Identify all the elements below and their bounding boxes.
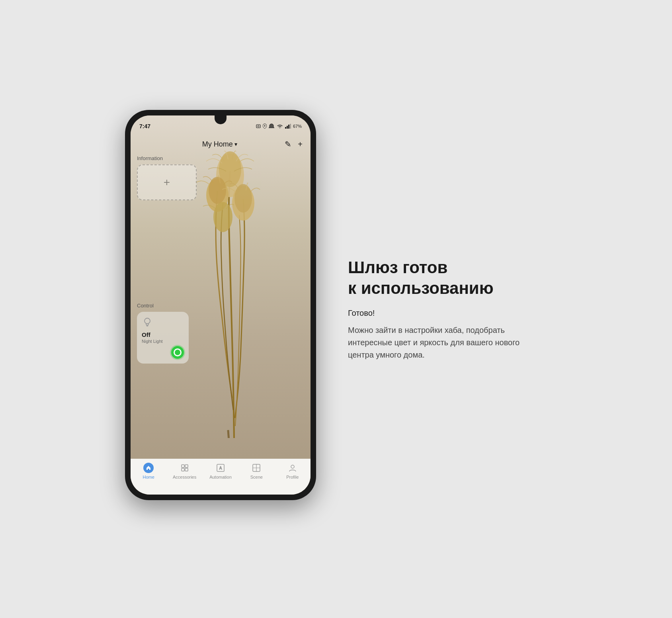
- nav-label-automation: Automation: [209, 475, 232, 479]
- svg-point-10: [264, 125, 265, 127]
- device-card-night-light[interactable]: Off Night Light: [137, 312, 189, 364]
- app-header: My Home ▾ ✎ +: [131, 134, 311, 154]
- bottom-navigation: Home Accessories: [131, 459, 311, 495]
- edit-button[interactable]: ✎: [285, 139, 291, 149]
- svg-rect-13: [288, 125, 289, 129]
- add-button[interactable]: +: [298, 140, 303, 149]
- camera-icon: [256, 123, 261, 129]
- nav-item-accessories[interactable]: Accessories: [173, 463, 197, 479]
- add-information-card[interactable]: +: [137, 164, 197, 200]
- information-section: Information +: [137, 155, 304, 200]
- right-content-panel: Шлюз готовк использованию Готово! Можно …: [348, 257, 547, 361]
- svg-rect-14: [290, 124, 291, 129]
- svg-rect-21: [185, 468, 188, 471]
- wifi-icon: [276, 124, 283, 129]
- panel-subtitle: Готово!: [348, 309, 547, 318]
- toggle-inner-circle: [174, 348, 182, 356]
- add-plus-icon: +: [164, 176, 170, 189]
- profile-nav-icon: [287, 463, 298, 473]
- nav-item-home[interactable]: Home: [137, 463, 160, 479]
- notification-bell-icon: [268, 123, 275, 129]
- nav-item-scene[interactable]: Scene: [244, 463, 268, 479]
- device-name-text: Night Light: [142, 339, 184, 344]
- svg-text:A: A: [219, 466, 222, 470]
- device-status-text: Off: [142, 331, 184, 338]
- home-title-text: My Home: [202, 140, 233, 149]
- information-label: Information: [137, 155, 304, 161]
- phone-body: 7:47 67% My Home ▾: [125, 110, 316, 500]
- page-container: 7:47 67% My Home ▾: [0, 0, 672, 618]
- svg-rect-20: [182, 468, 184, 471]
- svg-rect-12: [287, 126, 288, 129]
- phone-screen: 7:47 67% My Home ▾: [131, 115, 311, 495]
- svg-rect-11: [285, 127, 286, 129]
- nav-item-profile[interactable]: Profile: [281, 463, 305, 479]
- status-icons: 67%: [256, 123, 302, 129]
- svg-rect-8: [256, 125, 260, 128]
- automation-nav-icon: A: [215, 463, 226, 473]
- svg-rect-19: [185, 465, 188, 467]
- control-section: Control Off: [137, 303, 304, 364]
- nav-label-scene: Scene: [250, 475, 263, 479]
- status-time: 7:47: [139, 123, 150, 129]
- battery-status: 67%: [293, 124, 302, 129]
- header-actions: ✎ +: [285, 139, 303, 149]
- panel-title: Шлюз готовк использованию: [348, 257, 547, 299]
- scene-nav-icon: [251, 463, 262, 473]
- device-toggle-button[interactable]: [171, 346, 184, 359]
- svg-rect-18: [182, 465, 184, 467]
- nav-label-accessories: Accessories: [173, 475, 196, 479]
- svg-point-9: [258, 125, 259, 127]
- home-nav-icon: [143, 463, 154, 473]
- panel-description: Можно зайти в настройки хаба, подобрать …: [348, 324, 547, 361]
- svg-point-6: [213, 202, 232, 232]
- nav-label-home: Home: [143, 475, 154, 479]
- signal-icon: [285, 124, 291, 129]
- nav-item-automation[interactable]: A Automation: [209, 463, 232, 479]
- location-icon: [263, 123, 267, 129]
- control-label: Control: [137, 303, 304, 309]
- chevron-down-icon: ▾: [234, 141, 237, 147]
- nav-label-profile: Profile: [286, 475, 299, 479]
- svg-point-27: [291, 465, 294, 468]
- app-title[interactable]: My Home ▾: [202, 140, 237, 149]
- svg-point-15: [145, 318, 150, 324]
- phone-wrapper: 7:47 67% My Home ▾: [125, 110, 316, 508]
- bulb-icon: [142, 317, 184, 330]
- accessories-nav-icon: [180, 463, 190, 473]
